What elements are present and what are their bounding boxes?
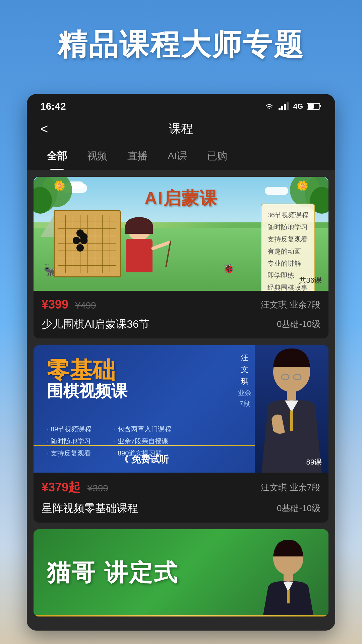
price-row-1: ¥399 ¥499 汪文琪 业余7段 [42,298,320,312]
board-grid-lines [58,215,116,273]
cat-teacher-svg [261,538,315,615]
app-container: 16:42 4G < [27,94,335,631]
tab-purchased[interactable]: 已购 [197,143,237,170]
tab-all[interactable]: 全部 [37,143,77,170]
svg-rect-18 [287,390,296,400]
teacher-photo-area [255,345,328,473]
info-line-4: 有趣的动画 [267,245,308,257]
course-card-1[interactable]: 🌼 🌼 AI启蒙课 [34,177,328,338]
character-hair [125,217,153,234]
teacher-1: 汪文琪 业余7段 [261,299,320,311]
course-text-info-1: ¥399 ¥499 汪文琪 业余7段 少儿围棋AI启蒙课36节 0基础-10级 [34,291,328,338]
tab-live[interactable]: 直播 [117,143,158,170]
detail-r1: · 包含两章入门课程 [114,423,171,435]
course-name-1: 少儿围棋AI启蒙课36节 [42,317,149,332]
course-count-badge-1: 共36课 [299,275,322,285]
gold-divider [34,445,255,446]
svg-rect-22 [287,590,290,603]
character-body [126,239,153,272]
course-count-badge-2: 89课 [306,457,322,467]
content-area[interactable]: 🌼 🌼 AI启蒙课 [27,170,335,631]
back-button[interactable]: < [40,121,48,137]
character [117,217,161,284]
go-stone-2 [73,237,80,244]
svg-rect-2 [284,104,286,110]
course-banner-ai: 🌼 🌼 AI启蒙课 [34,177,328,291]
tab-bar: 全部 视频 直播 AI课 已购 [27,143,335,170]
price-current-2: ¥379起 [42,480,80,494]
banner-zero-main: 零基础 [47,359,127,381]
detail-l1: · 89节视频课程 [47,423,92,435]
price-current-1: ¥399 [42,298,68,311]
flower-1: 🌼 [54,180,65,191]
tab-video[interactable]: 视频 [77,143,117,170]
svg-rect-1 [281,106,283,110]
status-icons: 4G [264,102,322,111]
name-level-row-2: 星阵视频零基础课程 0基础-10级 [42,499,320,516]
battery-icon [307,102,322,110]
free-trial-badge: 《 免费试听 [34,453,255,466]
go-stone-3 [76,244,84,252]
tab-ai[interactable]: AI课 [158,143,197,170]
info-line-1: 36节视频课程 [267,209,308,221]
info-line-2: 随时随地学习 [267,221,308,233]
svg-rect-19 [290,411,293,431]
status-bar: 16:42 4G [27,94,335,115]
flower-2: 🌼 [297,180,308,191]
svg-rect-21 [284,573,293,582]
teacher-badge: 汪文琪 业余7段 [238,352,251,409]
course-card-3[interactable]: 猫哥 讲定式 [34,529,328,616]
info-line-5: 专业的讲解 [267,257,308,269]
banner-zero-sub: 围棋视频课 [47,381,127,401]
price-group-2: ¥379起 ¥399 [42,479,108,496]
nav-bar: < 课程 [27,115,335,143]
network-type: 4G [293,102,303,111]
go-stone-5 [80,233,87,240]
board-grid [58,215,116,273]
price-row-2: ¥379起 ¥399 汪文琪 业余7段 [42,479,320,496]
svg-rect-5 [320,105,321,107]
price-original-1: ¥499 [75,300,96,311]
course-banner-zero: 零基础 围棋视频课 · 89节视频课程 · 随时随地学习 · 支持反复观看 · … [34,345,328,473]
info-line-3: 支持反复观看 [267,233,308,245]
course-text-info-2: ¥379起 ¥399 汪文琪 业余7段 星阵视频零基础课程 0基础-10级 [34,473,328,523]
nav-title: 课程 [169,121,193,137]
price-original-2: ¥399 [87,483,108,493]
hero-title: 精品课程大师专题 [0,20,362,69]
svg-rect-6 [308,104,314,109]
course-card-2[interactable]: 零基础 围棋视频课 · 89节视频课程 · 随时随地学习 · 支持反复观看 · … [34,345,328,523]
course-level-1: 0基础-10级 [277,318,320,330]
teacher-rank: 业余7段 [238,387,251,409]
banner-ai-title: AI启蒙课 [144,187,218,210]
wifi-icon [264,102,275,110]
cat-teacher-photo [261,538,315,616]
cat-title-area: 猫哥 讲定式 [47,557,179,589]
name-level-row-1: 少儿围棋AI启蒙课36节 0基础-10级 [42,315,320,332]
course-level-2: 0基础-10级 [277,502,320,514]
signal-icon [279,102,289,110]
teacher-name-chars: 汪文琪 [238,352,251,387]
course-banner-cat: 猫哥 讲定式 [34,529,328,616]
price-group-1: ¥399 ¥499 [42,298,96,312]
teacher-2: 汪文琪 业余7段 [261,482,320,493]
ladybug-decoration: 🐞 [223,263,235,274]
svg-rect-0 [279,108,281,110]
course-name-2: 星阵视频零基础课程 [42,501,138,516]
cat-gold-bar [34,615,328,616]
teacher-silhouette-svg [255,345,328,473]
svg-rect-3 [287,102,289,110]
go-board [54,210,121,277]
banner-zero-title: 零基础 围棋视频课 [47,359,127,401]
cloud-3 [265,187,288,195]
cat-title-text: 猫哥 讲定式 [47,557,179,589]
status-time: 16:42 [40,101,66,112]
